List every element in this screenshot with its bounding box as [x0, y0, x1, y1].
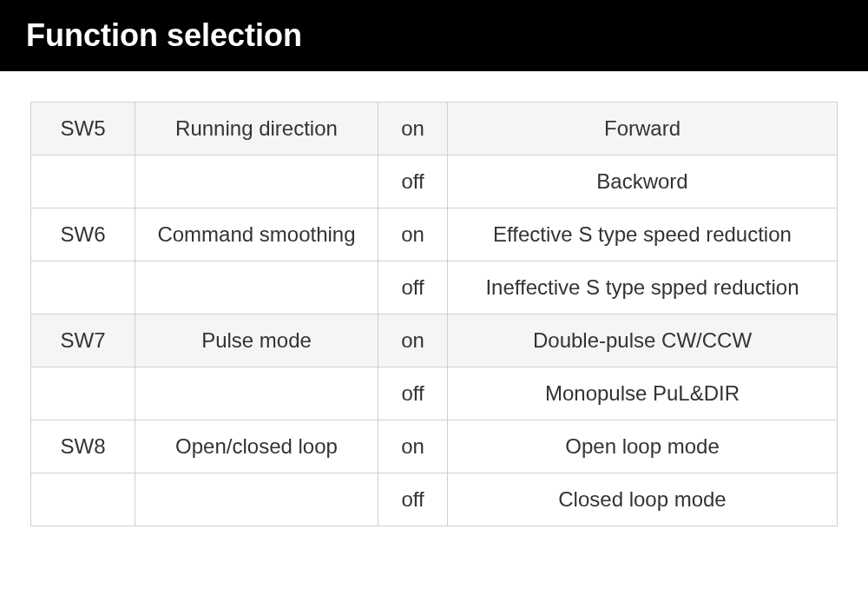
switch-cell: SW6: [31, 208, 135, 261]
function-cell: [135, 473, 378, 526]
function-cell: Command smoothing: [135, 208, 378, 261]
switch-cell: [31, 367, 135, 420]
state-cell: off: [378, 156, 448, 208]
table-container: SW5Running directiononForwardoffBackword…: [0, 71, 868, 526]
function-cell: [135, 367, 378, 420]
function-cell: Pulse mode: [135, 314, 378, 367]
function-cell: Running direction: [135, 103, 378, 156]
description-cell: Monopulse PuL&DIR: [448, 367, 838, 420]
state-cell: on: [378, 208, 448, 261]
description-cell: Ineffective S type spped reduction: [448, 261, 838, 314]
table-row: SW6Command smoothingonEffective S type s…: [31, 208, 838, 261]
state-cell: off: [378, 367, 448, 420]
function-cell: [135, 156, 378, 208]
switch-cell: SW7: [31, 314, 135, 367]
page-title: Function selection: [0, 0, 868, 71]
table-row: offIneffective S type spped reduction: [31, 261, 838, 314]
switch-cell: [31, 261, 135, 314]
description-cell: Effective S type speed reduction: [448, 208, 838, 261]
table-row: offBackword: [31, 156, 838, 208]
switch-cell: SW5: [31, 103, 135, 156]
state-cell: off: [378, 261, 448, 314]
table-row: SW5Running directiononForward: [31, 103, 838, 156]
description-cell: Backword: [448, 156, 838, 208]
function-cell: [135, 261, 378, 314]
description-cell: Open loop mode: [448, 420, 838, 473]
switch-cell: [31, 156, 135, 208]
switch-cell: [31, 473, 135, 526]
table-row: SW8Open/closed looponOpen loop mode: [31, 420, 838, 473]
description-cell: Forward: [448, 103, 838, 156]
state-cell: off: [378, 473, 448, 526]
table-row: offClosed loop mode: [31, 473, 838, 526]
function-cell: Open/closed loop: [135, 420, 378, 473]
table-row: offMonopulse PuL&DIR: [31, 367, 838, 420]
function-table: SW5Running directiononForwardoffBackword…: [30, 102, 838, 526]
state-cell: on: [378, 103, 448, 156]
description-cell: Closed loop mode: [448, 473, 838, 526]
switch-cell: SW8: [31, 420, 135, 473]
state-cell: on: [378, 420, 448, 473]
table-row: SW7Pulse modeonDouble-pulse CW/CCW: [31, 314, 838, 367]
description-cell: Double-pulse CW/CCW: [448, 314, 838, 367]
state-cell: on: [378, 314, 448, 367]
